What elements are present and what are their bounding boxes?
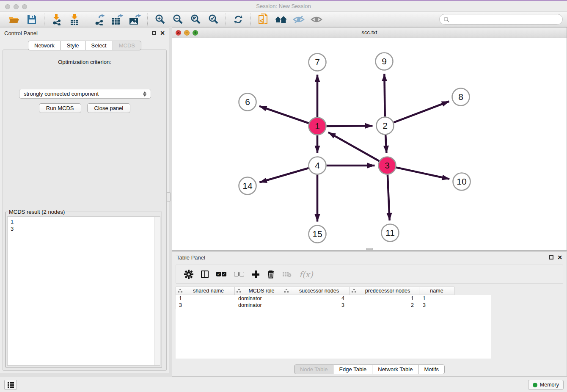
divider-grip[interactable] bbox=[167, 192, 171, 202]
zoom-fit-icon[interactable] bbox=[189, 14, 202, 25]
zoom-selected-icon[interactable] bbox=[207, 14, 220, 25]
column-header-label: MCDS role bbox=[241, 288, 282, 294]
edge-2-8[interactable] bbox=[394, 101, 449, 122]
memory-button[interactable]: Memory bbox=[528, 380, 564, 390]
delete-icon[interactable] bbox=[267, 270, 275, 279]
tab-edge-table[interactable]: Edge Table bbox=[333, 364, 372, 374]
table-cell: 1 bbox=[176, 295, 235, 302]
node-label-8: 8 bbox=[458, 92, 463, 102]
network-window-titlebar: ✕ − + scc.txt bbox=[172, 28, 567, 38]
edge-3-1[interactable] bbox=[328, 132, 380, 161]
network-minimize-icon[interactable]: − bbox=[184, 30, 190, 36]
deselect-all-icon[interactable] bbox=[234, 272, 244, 276]
table-panel-header: Table Panel ✕ bbox=[172, 252, 567, 264]
edge-3-11[interactable] bbox=[388, 174, 390, 220]
mcds-result-area[interactable]: 1 3 bbox=[7, 216, 160, 366]
save-session-icon[interactable] bbox=[25, 14, 38, 25]
mcds-result-title: MCDS result (2 nodes) bbox=[8, 209, 66, 215]
toolbar-separator bbox=[87, 14, 87, 25]
memory-status-icon bbox=[533, 383, 537, 387]
network-close-icon[interactable]: ✕ bbox=[176, 30, 181, 36]
edge-2-9[interactable] bbox=[384, 74, 385, 116]
column-header[interactable]: successor nodes bbox=[282, 287, 350, 295]
table-tabs: Node TableEdge TableNetwork TableMotifs bbox=[172, 364, 567, 374]
criterion-select[interactable]: strongly connected component bbox=[19, 89, 151, 99]
minimize-window-icon[interactable] bbox=[14, 4, 19, 9]
column-header[interactable]: MCDS role bbox=[235, 287, 282, 295]
tab-network[interactable]: Network bbox=[28, 41, 61, 50]
search-input[interactable] bbox=[452, 16, 559, 22]
zoom-in-icon[interactable] bbox=[154, 14, 166, 25]
node-label-6: 6 bbox=[245, 97, 250, 107]
optimization-criterion-label: Optimization criterion: bbox=[3, 59, 166, 65]
toolbar-separator bbox=[147, 14, 148, 25]
mcds-result-group: MCDS result (2 nodes) 1 3 bbox=[6, 209, 162, 367]
app-window: Session: New Session bbox=[0, 0, 567, 392]
edge-4-14[interactable] bbox=[259, 168, 308, 182]
result-scrollbar[interactable] bbox=[154, 217, 160, 365]
column-header[interactable]: predecessor nodes bbox=[350, 287, 419, 295]
edge-1-2[interactable] bbox=[326, 126, 372, 126]
network-window-title: scc.txt bbox=[172, 28, 567, 38]
open-file-icon[interactable] bbox=[8, 14, 20, 25]
float-table-panel-icon[interactable] bbox=[549, 255, 553, 259]
tab-style[interactable]: Style bbox=[61, 41, 85, 50]
export-image-icon[interactable] bbox=[129, 14, 141, 25]
table-cell: 1 bbox=[420, 295, 455, 302]
delete-column-icon[interactable] bbox=[282, 271, 292, 278]
table-cell: dominator bbox=[235, 302, 283, 309]
toolbar-separator bbox=[226, 14, 226, 25]
export-network-icon[interactable] bbox=[93, 14, 106, 25]
search-field[interactable] bbox=[439, 14, 563, 25]
edge-1-6[interactable] bbox=[259, 106, 309, 123]
table-row[interactable]: 1dominator411 bbox=[176, 295, 491, 302]
column-header[interactable]: shared name bbox=[176, 287, 235, 295]
import-network-icon[interactable] bbox=[50, 14, 63, 25]
select-all-icon[interactable]: ✓✓ bbox=[216, 272, 226, 276]
float-panel-icon[interactable] bbox=[152, 31, 156, 35]
network-file-icon[interactable] bbox=[257, 14, 270, 25]
table-cell: 4 bbox=[283, 295, 350, 302]
table-toolbar: ✓✓ f(x) bbox=[176, 265, 563, 284]
network-canvas[interactable]: 7968124314101511 bbox=[172, 38, 567, 250]
task-history-button[interactable] bbox=[4, 380, 17, 390]
control-panel-title: Control Panel bbox=[4, 30, 38, 36]
show-columns-icon[interactable] bbox=[201, 271, 209, 278]
table-header-row: shared nameMCDS rolesuccessor nodesprede… bbox=[176, 287, 491, 295]
network-maximize-icon[interactable]: + bbox=[193, 30, 198, 36]
close-panel-button[interactable]: Close panel bbox=[87, 103, 131, 113]
edge-3-10[interactable] bbox=[396, 168, 449, 179]
tab-select[interactable]: Select bbox=[85, 41, 113, 50]
tab-motifs[interactable]: Motifs bbox=[418, 364, 445, 374]
hide-selected-icon[interactable] bbox=[292, 14, 305, 25]
refresh-icon[interactable] bbox=[232, 14, 245, 25]
column-header-label: name bbox=[419, 288, 454, 294]
tab-network-table[interactable]: Network Table bbox=[372, 364, 418, 374]
control-panel: Control Panel ✕ NetworkStyleSelectMCDS O… bbox=[0, 27, 169, 373]
column-header-label: shared name bbox=[182, 288, 234, 294]
close-window-icon[interactable] bbox=[5, 4, 10, 9]
tab-mcds[interactable]: MCDS bbox=[113, 41, 141, 50]
run-mcds-button[interactable]: Run MCDS bbox=[39, 103, 81, 113]
show-all-icon[interactable] bbox=[310, 14, 323, 25]
control-panel-tabs: NetworkStyleSelectMCDS bbox=[0, 41, 169, 50]
network-resize-grip[interactable] bbox=[366, 248, 373, 250]
control-panel-header: Control Panel ✕ bbox=[0, 28, 169, 39]
import-table-icon[interactable] bbox=[68, 14, 81, 25]
table-row[interactable]: 3dominator323 bbox=[176, 302, 491, 309]
close-table-panel-icon[interactable]: ✕ bbox=[557, 255, 562, 260]
tab-node-table[interactable]: Node Table bbox=[294, 364, 334, 374]
close-panel-icon[interactable]: ✕ bbox=[160, 30, 165, 36]
export-table-icon[interactable] bbox=[111, 14, 124, 25]
add-icon[interactable] bbox=[252, 271, 259, 278]
edge-2-3[interactable] bbox=[385, 135, 386, 153]
home-icon[interactable] bbox=[275, 14, 287, 25]
mcds-panel-body: Optimization criterion: strongly connect… bbox=[3, 50, 167, 371]
column-header[interactable]: name bbox=[419, 287, 454, 295]
toolbar-separator bbox=[250, 14, 251, 25]
table-cell: 3 bbox=[283, 302, 350, 309]
table-settings-icon[interactable] bbox=[184, 270, 193, 279]
maximize-window-icon[interactable] bbox=[22, 4, 27, 9]
zoom-out-icon[interactable] bbox=[171, 14, 184, 25]
function-builder-icon[interactable]: f(x) bbox=[299, 270, 313, 279]
